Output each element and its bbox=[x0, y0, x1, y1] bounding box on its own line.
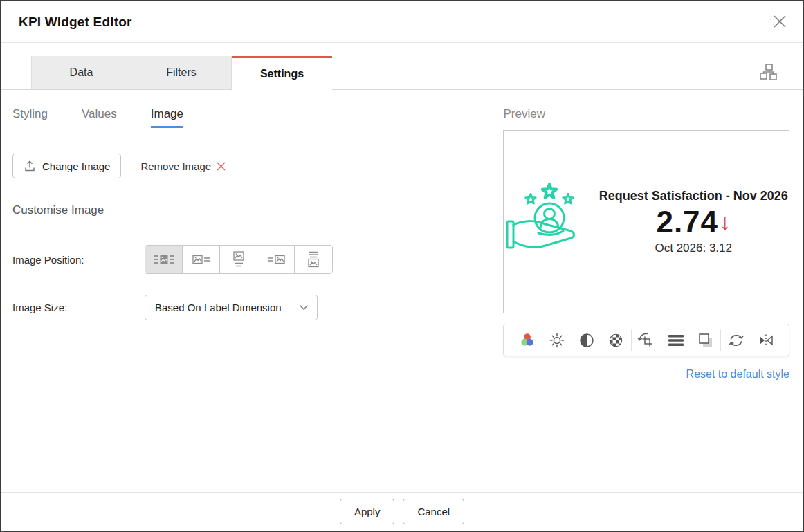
close-icon[interactable] bbox=[771, 12, 789, 30]
remove-x-icon bbox=[216, 161, 226, 172]
shadow-icon[interactable] bbox=[691, 331, 721, 349]
reset-to-default-style-link[interactable]: Reset to default style bbox=[503, 368, 789, 380]
image-position-group bbox=[145, 245, 333, 274]
texture-icon[interactable] bbox=[601, 332, 631, 349]
line-thickness-icon[interactable] bbox=[661, 333, 691, 348]
image-size-dropdown[interactable]: Based On Label Dimension bbox=[145, 295, 318, 320]
position-text-top-image-bottom[interactable] bbox=[295, 246, 332, 273]
color-adjust-icon[interactable] bbox=[512, 332, 542, 349]
subtab-image[interactable]: Image bbox=[151, 107, 183, 128]
kpi-widget-editor-dialog: KPI Widget Editor Data Filters Settings … bbox=[0, 0, 804, 532]
position-image-left-text-right[interactable] bbox=[183, 246, 220, 273]
subtab-styling[interactable]: Styling bbox=[12, 107, 48, 128]
position-image-top-text-bottom[interactable] bbox=[220, 246, 257, 273]
reset-sync-icon[interactable] bbox=[721, 332, 751, 349]
dialog-content: Styling Values Image Change Image Remove… bbox=[1, 90, 803, 380]
kpi-value-row: 2.74 ↓ bbox=[599, 205, 788, 239]
preview-panel: Preview bbox=[503, 90, 803, 380]
image-size-value: Based On Label Dimension bbox=[155, 302, 282, 313]
brightness-icon[interactable] bbox=[542, 332, 572, 349]
dialog-header: KPI Widget Editor bbox=[1, 1, 803, 43]
crop-rotate-icon[interactable] bbox=[632, 331, 661, 349]
change-image-button[interactable]: Change Image bbox=[12, 154, 121, 178]
satisfaction-hand-stars-icon bbox=[505, 182, 594, 262]
trend-down-arrow-icon: ↓ bbox=[720, 211, 731, 233]
tab-filters[interactable]: Filters bbox=[131, 56, 232, 89]
remove-image-button[interactable]: Remove Image bbox=[140, 160, 226, 172]
kpi-value: 2.74 bbox=[656, 205, 718, 239]
image-size-row: Image Size: Based On Label Dimension bbox=[12, 295, 503, 320]
tab-settings[interactable]: Settings bbox=[232, 56, 332, 90]
remove-image-label: Remove Image bbox=[140, 160, 211, 172]
upload-icon bbox=[24, 160, 36, 172]
kpi-widget: Request Satisfaction - Nov 2026 2.74 ↓ O… bbox=[505, 182, 788, 262]
cancel-button[interactable]: Cancel bbox=[403, 499, 464, 524]
image-position-row: Image Position: bbox=[12, 245, 503, 274]
tab-data[interactable]: Data bbox=[31, 56, 131, 89]
image-actions-row: Change Image Remove Image bbox=[12, 154, 503, 178]
dialog-title: KPI Widget Editor bbox=[19, 15, 132, 30]
preview-label: Preview bbox=[503, 107, 789, 121]
dialog-footer: Apply Cancel bbox=[1, 492, 803, 531]
settings-panel: Styling Values Image Change Image Remove… bbox=[1, 90, 503, 380]
sitemap-icon[interactable] bbox=[759, 63, 778, 81]
kpi-preview-card: Request Satisfaction - Nov 2026 2.74 ↓ O… bbox=[503, 130, 789, 313]
image-position-label: Image Position: bbox=[12, 254, 145, 266]
contrast-icon[interactable] bbox=[572, 332, 601, 349]
kpi-text-block: Request Satisfaction - Nov 2026 2.74 ↓ O… bbox=[599, 189, 788, 255]
change-image-label: Change Image bbox=[42, 160, 110, 172]
chevron-down-icon bbox=[299, 304, 309, 311]
main-tab-bar: Data Filters Settings bbox=[1, 56, 803, 90]
position-image-center-text-sides[interactable] bbox=[145, 246, 183, 273]
kpi-previous-value: Oct 2026: 3.12 bbox=[599, 241, 788, 255]
image-edit-toolbar bbox=[503, 324, 789, 356]
position-text-left-image-right[interactable] bbox=[257, 246, 295, 273]
flip-horizontal-icon[interactable] bbox=[751, 332, 780, 349]
subtab-values[interactable]: Values bbox=[82, 107, 117, 128]
apply-button[interactable]: Apply bbox=[340, 499, 395, 524]
image-size-label: Image Size: bbox=[12, 302, 145, 313]
settings-subtabs: Styling Values Image bbox=[12, 107, 503, 128]
customise-image-heading: Customise Image bbox=[12, 203, 498, 226]
kpi-title: Request Satisfaction - Nov 2026 bbox=[599, 189, 788, 203]
